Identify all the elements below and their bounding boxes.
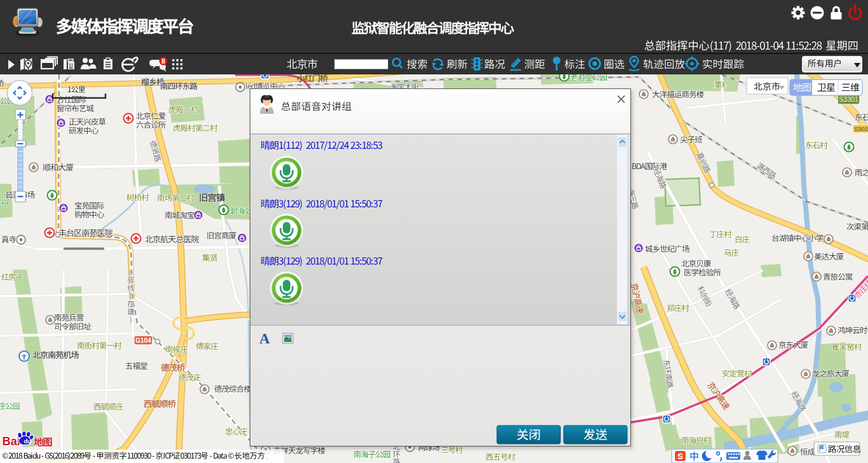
svg-text:8: 8 — [161, 57, 165, 65]
svg-text:Bai: Bai — [2, 434, 20, 448]
svg-text:G104: G104 — [135, 337, 151, 344]
svg-text:du: du — [24, 438, 31, 445]
svg-text:S: S — [677, 452, 683, 461]
svg-text:S3301: S3301 — [839, 95, 858, 103]
svg-text:A: A — [259, 331, 270, 347]
svg-text:S302: S302 — [854, 125, 868, 132]
